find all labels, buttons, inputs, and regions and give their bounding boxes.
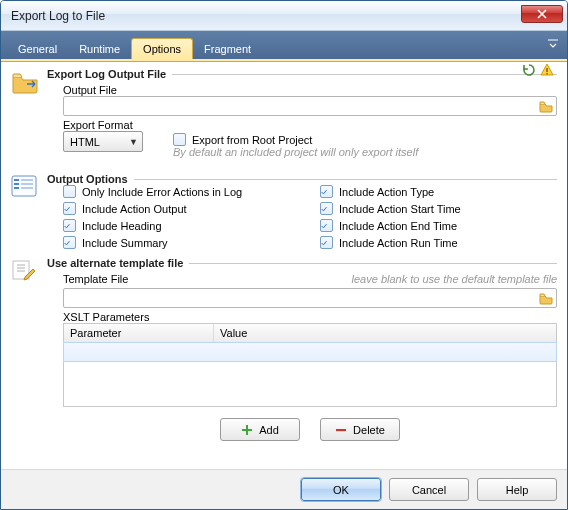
section-output-file: Export Log Output File Output File [11, 68, 557, 169]
svg-rect-5 [14, 187, 19, 189]
xslt-params-table: Parameter Value [63, 323, 557, 407]
svg-rect-6 [21, 179, 33, 181]
option-checkbox-4[interactable]: Include Heading [63, 219, 300, 232]
tab-fragment[interactable]: Fragment [193, 39, 262, 59]
xslt-params-label: XSLT Parameters [63, 311, 557, 323]
checkbox-label: Include Action Start Time [339, 203, 461, 215]
option-checkbox-5[interactable]: Include Action End Time [320, 219, 557, 232]
options-list-icon [11, 173, 47, 197]
checkbox-label: Include Heading [82, 220, 162, 232]
minus-icon [335, 424, 347, 436]
checkbox-icon [63, 219, 76, 232]
checkbox-label: Include Action Type [339, 186, 434, 198]
restore-defaults-icons[interactable] [521, 62, 555, 78]
chevron-down-icon: ▼ [129, 137, 138, 147]
output-file-group-label: Export Log Output File [47, 68, 166, 80]
table-header: Parameter Value [64, 324, 556, 343]
dialog-window: Export Log to File General Runtime Optio… [0, 0, 568, 510]
export-from-root-hint: By default an included project will only… [173, 146, 557, 158]
template-file-label: Template File [63, 273, 128, 285]
warning-icon[interactable] [539, 62, 555, 78]
checkbox-icon [320, 202, 333, 215]
delete-button-label: Delete [353, 424, 385, 436]
close-icon [537, 9, 547, 19]
window-title: Export Log to File [11, 9, 105, 23]
svg-rect-10 [336, 429, 346, 431]
export-from-root-checkbox[interactable]: Export from Root Project [173, 133, 557, 146]
svg-rect-1 [546, 73, 547, 74]
table-row[interactable] [63, 342, 557, 362]
dialog-footer: OK Cancel Help [1, 469, 567, 509]
tab-general[interactable]: General [7, 39, 68, 59]
tab-options[interactable]: Options [131, 38, 193, 59]
checkbox-icon [320, 185, 333, 198]
output-file-label: Output File [63, 84, 557, 96]
ok-button[interactable]: OK [301, 478, 381, 501]
option-checkbox-7[interactable]: Include Action Run Time [320, 236, 557, 249]
tab-overflow-menu-icon[interactable] [547, 37, 559, 49]
cell-value[interactable] [214, 343, 556, 361]
template-file-input[interactable] [63, 288, 557, 308]
svg-rect-3 [14, 179, 19, 181]
add-button[interactable]: Add [220, 418, 300, 441]
option-checkbox-6[interactable]: Include Summary [63, 236, 300, 249]
checkbox-label: Only Include Error Actions in Log [82, 186, 242, 198]
cell-parameter[interactable] [64, 343, 214, 361]
help-button[interactable]: Help [477, 478, 557, 501]
checkbox-icon [320, 236, 333, 249]
export-format-label: Export Format [63, 119, 143, 131]
checkbox-label: Include Summary [82, 237, 168, 249]
option-checkbox-0[interactable]: Only Include Error Actions in Log [63, 185, 300, 198]
svg-rect-8 [21, 187, 33, 189]
checkbox-icon [320, 219, 333, 232]
output-options-grid: Only Include Error Actions in LogInclude… [47, 185, 557, 249]
tab-runtime[interactable]: Runtime [68, 39, 131, 59]
svg-rect-7 [21, 183, 33, 185]
checkbox-icon [63, 236, 76, 249]
section-template: Use alternate template file Template Fil… [11, 257, 557, 457]
output-file-input[interactable] [63, 96, 557, 116]
table-body[interactable] [64, 342, 556, 406]
reset-icon[interactable] [521, 62, 537, 78]
close-button[interactable] [521, 5, 563, 23]
browse-template-icon[interactable] [538, 290, 554, 306]
help-button-label: Help [506, 484, 529, 496]
browse-file-icon[interactable] [538, 98, 554, 114]
delete-button[interactable]: Delete [320, 418, 400, 441]
template-file-hint: leave blank to use the default template … [352, 273, 557, 285]
cancel-button[interactable]: Cancel [389, 478, 469, 501]
content-area: Export Log Output File Output File [1, 62, 567, 469]
checkbox-icon [63, 202, 76, 215]
svg-rect-4 [14, 183, 19, 185]
checkbox-label: Include Action End Time [339, 220, 457, 232]
checkbox-icon [63, 185, 76, 198]
option-checkbox-3[interactable]: Include Action Start Time [320, 202, 557, 215]
export-format-select[interactable]: HTML ▼ [63, 131, 143, 152]
folder-export-icon [11, 68, 47, 94]
option-checkbox-1[interactable]: Include Action Type [320, 185, 557, 198]
section-output-options: Output Options Only Include Error Action… [11, 173, 557, 253]
option-checkbox-2[interactable]: Include Action Output [63, 202, 300, 215]
titlebar: Export Log to File [1, 1, 567, 31]
col-value[interactable]: Value [214, 324, 556, 342]
export-format-value: HTML [70, 136, 100, 148]
checkbox-icon [173, 133, 186, 146]
tabbar: General Runtime Options Fragment [1, 31, 567, 59]
add-button-label: Add [259, 424, 279, 436]
plus-icon [241, 424, 253, 436]
checkbox-label: Include Action Run Time [339, 237, 458, 249]
ok-button-label: OK [333, 484, 349, 496]
col-parameter[interactable]: Parameter [64, 324, 214, 342]
template-group-label: Use alternate template file [47, 257, 183, 269]
checkbox-label: Include Action Output [82, 203, 187, 215]
output-options-group-label: Output Options [47, 173, 128, 185]
template-edit-icon [11, 257, 47, 281]
svg-rect-0 [546, 68, 547, 72]
export-from-root-label: Export from Root Project [192, 134, 312, 146]
cancel-button-label: Cancel [412, 484, 446, 496]
